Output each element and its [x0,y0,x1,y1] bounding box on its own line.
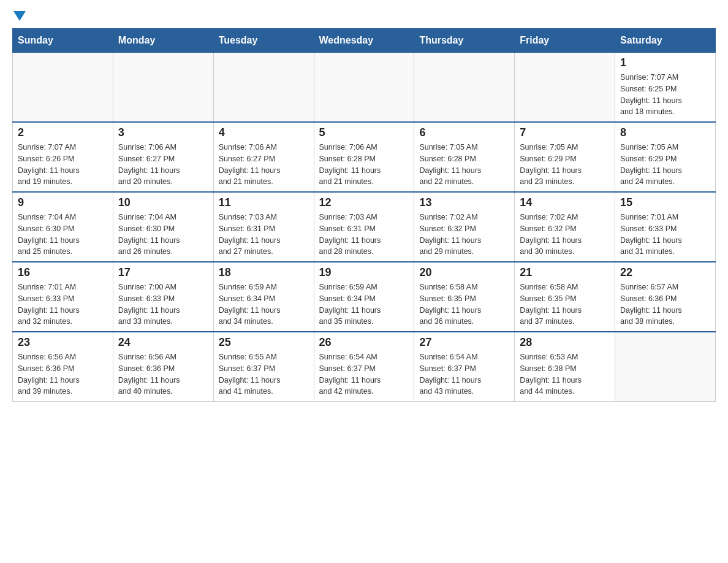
day-info: Sunrise: 6:54 AMSunset: 6:37 PMDaylight:… [319,351,409,397]
day-number: 6 [419,126,509,139]
day-info: Sunrise: 7:00 AMSunset: 6:33 PMDaylight:… [118,282,208,327]
calendar-day-cell [113,53,213,123]
day-of-week-header: Thursday [414,29,515,53]
day-number: 10 [118,196,208,209]
day-info: Sunrise: 7:06 AMSunset: 6:27 PMDaylight:… [118,142,208,188]
day-info: Sunrise: 7:04 AMSunset: 6:30 PMDaylight:… [118,212,208,258]
day-info: Sunrise: 6:59 AMSunset: 6:34 PMDaylight:… [319,282,409,327]
day-number: 14 [520,196,610,209]
calendar-day-cell: 12Sunrise: 7:03 AMSunset: 6:31 PMDayligh… [314,192,414,262]
calendar-day-cell: 5Sunrise: 7:06 AMSunset: 6:28 PMDaylight… [314,122,414,192]
day-number: 19 [319,266,409,279]
calendar-day-cell: 7Sunrise: 7:05 AMSunset: 6:29 PMDaylight… [515,122,615,192]
day-info: Sunrise: 7:06 AMSunset: 6:28 PMDaylight:… [319,142,409,188]
day-number: 11 [219,196,309,209]
day-number: 9 [18,196,108,209]
day-info: Sunrise: 7:04 AMSunset: 6:30 PMDaylight:… [18,212,108,258]
calendar-day-cell: 21Sunrise: 6:58 AMSunset: 6:35 PMDayligh… [515,262,615,332]
day-of-week-header: Monday [113,29,213,53]
day-number: 12 [319,196,409,209]
day-info: Sunrise: 7:01 AMSunset: 6:33 PMDaylight:… [18,282,108,327]
day-info: Sunrise: 7:05 AMSunset: 6:28 PMDaylight:… [419,142,509,188]
calendar-day-cell: 15Sunrise: 7:01 AMSunset: 6:33 PMDayligh… [615,192,716,262]
day-info: Sunrise: 6:55 AMSunset: 6:37 PMDaylight:… [219,351,309,397]
calendar-day-cell: 25Sunrise: 6:55 AMSunset: 6:37 PMDayligh… [213,332,314,402]
calendar-day-cell: 10Sunrise: 7:04 AMSunset: 6:30 PMDayligh… [113,192,213,262]
day-number: 18 [219,266,309,279]
calendar-day-cell: 16Sunrise: 7:01 AMSunset: 6:33 PMDayligh… [13,262,113,332]
calendar-day-cell [213,53,314,123]
calendar-week-row: 23Sunrise: 6:56 AMSunset: 6:36 PMDayligh… [13,332,716,402]
day-info: Sunrise: 6:53 AMSunset: 6:38 PMDaylight:… [520,351,610,397]
day-number: 4 [219,126,309,139]
day-of-week-header: Friday [515,29,615,53]
day-number: 17 [118,266,208,279]
day-number: 1 [620,56,710,69]
day-of-week-header: Tuesday [213,29,314,53]
calendar-day-cell: 23Sunrise: 6:56 AMSunset: 6:36 PMDayligh… [13,332,113,402]
day-number: 13 [419,196,509,209]
day-info: Sunrise: 7:07 AMSunset: 6:25 PMDaylight:… [620,72,710,118]
day-info: Sunrise: 7:06 AMSunset: 6:27 PMDaylight:… [219,142,309,188]
day-info: Sunrise: 7:03 AMSunset: 6:31 PMDaylight:… [319,212,409,258]
day-number: 16 [18,266,108,279]
calendar-day-cell: 22Sunrise: 6:57 AMSunset: 6:36 PMDayligh… [615,262,716,332]
day-number: 28 [520,336,610,349]
day-info: Sunrise: 6:57 AMSunset: 6:36 PMDaylight:… [620,282,710,327]
day-of-week-header: Saturday [615,29,716,53]
day-info: Sunrise: 7:05 AMSunset: 6:29 PMDaylight:… [620,142,710,188]
calendar-table: SundayMondayTuesdayWednesdayThursdayFrid… [12,28,716,402]
calendar-day-cell: 28Sunrise: 6:53 AMSunset: 6:38 PMDayligh… [515,332,615,402]
day-number: 20 [419,266,509,279]
calendar-week-row: 9Sunrise: 7:04 AMSunset: 6:30 PMDaylight… [13,192,716,262]
day-info: Sunrise: 7:02 AMSunset: 6:32 PMDaylight:… [520,212,610,258]
calendar-day-cell [615,332,716,402]
calendar-day-cell: 9Sunrise: 7:04 AMSunset: 6:30 PMDaylight… [13,192,113,262]
day-number: 26 [319,336,409,349]
calendar-day-cell: 4Sunrise: 7:06 AMSunset: 6:27 PMDaylight… [213,122,314,192]
calendar-day-cell: 14Sunrise: 7:02 AMSunset: 6:32 PMDayligh… [515,192,615,262]
day-of-week-header: Sunday [13,29,113,53]
day-info: Sunrise: 6:54 AMSunset: 6:37 PMDaylight:… [419,351,509,397]
calendar-day-cell: 2Sunrise: 7:07 AMSunset: 6:26 PMDaylight… [13,122,113,192]
calendar-day-cell: 24Sunrise: 6:56 AMSunset: 6:36 PMDayligh… [113,332,213,402]
day-info: Sunrise: 7:05 AMSunset: 6:29 PMDaylight:… [520,142,610,188]
day-number: 22 [620,266,710,279]
day-number: 8 [620,126,710,139]
calendar-day-cell: 3Sunrise: 7:06 AMSunset: 6:27 PMDaylight… [113,122,213,192]
day-info: Sunrise: 7:07 AMSunset: 6:26 PMDaylight:… [18,142,108,188]
day-of-week-header: Wednesday [314,29,414,53]
day-number: 2 [18,126,108,139]
days-of-week-row: SundayMondayTuesdayWednesdayThursdayFrid… [13,29,716,53]
day-info: Sunrise: 6:59 AMSunset: 6:34 PMDaylight:… [219,282,309,327]
day-number: 25 [219,336,309,349]
day-info: Sunrise: 6:58 AMSunset: 6:35 PMDaylight:… [520,282,610,327]
calendar-body: 1Sunrise: 7:07 AMSunset: 6:25 PMDaylight… [13,53,716,402]
day-number: 5 [319,126,409,139]
calendar-week-row: 2Sunrise: 7:07 AMSunset: 6:26 PMDaylight… [13,122,716,192]
day-info: Sunrise: 7:01 AMSunset: 6:33 PMDaylight:… [620,212,710,258]
calendar-day-cell: 13Sunrise: 7:02 AMSunset: 6:32 PMDayligh… [414,192,515,262]
calendar-day-cell [314,53,414,123]
calendar-week-row: 1Sunrise: 7:07 AMSunset: 6:25 PMDaylight… [13,53,716,123]
day-number: 3 [118,126,208,139]
calendar-day-cell: 26Sunrise: 6:54 AMSunset: 6:37 PMDayligh… [314,332,414,402]
logo [12,12,26,22]
calendar-day-cell: 6Sunrise: 7:05 AMSunset: 6:28 PMDaylight… [414,122,515,192]
calendar-day-cell: 18Sunrise: 6:59 AMSunset: 6:34 PMDayligh… [213,262,314,332]
calendar-header: SundayMondayTuesdayWednesdayThursdayFrid… [13,29,716,53]
day-info: Sunrise: 6:56 AMSunset: 6:36 PMDaylight:… [18,351,108,397]
day-number: 21 [520,266,610,279]
day-number: 23 [18,336,108,349]
day-number: 27 [419,336,509,349]
calendar-day-cell [13,53,113,123]
calendar-day-cell: 17Sunrise: 7:00 AMSunset: 6:33 PMDayligh… [113,262,213,332]
day-info: Sunrise: 7:02 AMSunset: 6:32 PMDaylight:… [419,212,509,258]
calendar-day-cell: 1Sunrise: 7:07 AMSunset: 6:25 PMDaylight… [615,53,716,123]
page-header [12,12,716,22]
calendar-day-cell [515,53,615,123]
calendar-day-cell: 11Sunrise: 7:03 AMSunset: 6:31 PMDayligh… [213,192,314,262]
calendar-day-cell: 20Sunrise: 6:58 AMSunset: 6:35 PMDayligh… [414,262,515,332]
day-info: Sunrise: 6:56 AMSunset: 6:36 PMDaylight:… [118,351,208,397]
day-info: Sunrise: 7:03 AMSunset: 6:31 PMDaylight:… [219,212,309,258]
